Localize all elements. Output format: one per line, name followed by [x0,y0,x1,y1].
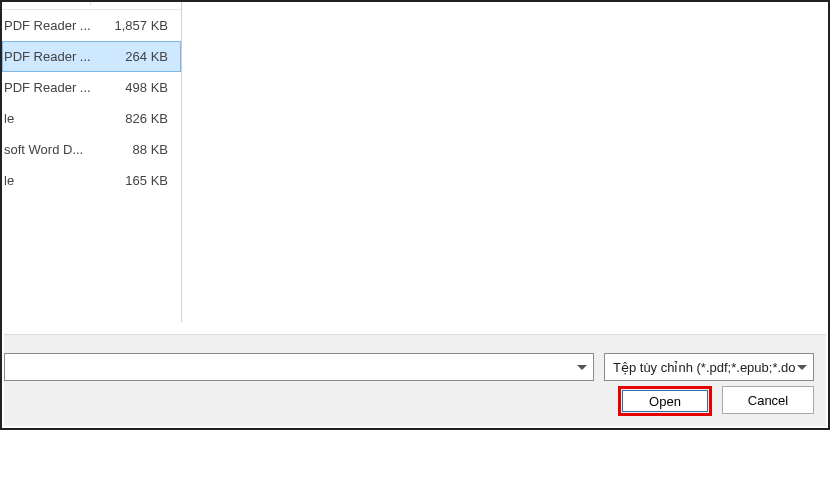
file-type-cell: le [2,111,90,126]
filetype-select[interactable]: Tệp tùy chỉnh (*.pdf;*.epub;*.do [604,353,814,381]
column-headers: Size [2,2,181,10]
file-type-cell: PDF Reader ... [2,80,90,95]
column-size[interactable]: Size [90,2,180,5]
file-row[interactable]: le 165 KB [2,165,181,196]
file-list: Size PDF Reader ... 1,857 KB PDF Reader … [2,2,182,322]
open-button[interactable]: Open [622,390,708,412]
file-type-cell: PDF Reader ... [2,49,90,64]
file-size-cell: 826 KB [90,111,176,126]
file-size-cell: 88 KB [90,142,176,157]
bottom-panel: Tệp tùy chỉnh (*.pdf;*.epub;*.do Open Ca… [4,334,826,426]
file-row[interactable]: PDF Reader ... 498 KB [2,72,181,103]
filename-row: Tệp tùy chỉnh (*.pdf;*.epub;*.do [4,353,814,381]
file-row[interactable]: soft Word D... 88 KB [2,134,181,165]
filetype-label: Tệp tùy chỉnh (*.pdf;*.epub;*.do [613,360,796,375]
file-type-cell: le [2,173,90,188]
button-row: Open Cancel [618,386,814,416]
file-size-cell: 1,857 KB [90,18,176,33]
file-row[interactable]: le 826 KB [2,103,181,134]
file-size-cell: 165 KB [90,173,176,188]
cancel-button[interactable]: Cancel [722,386,814,414]
file-type-cell: soft Word D... [2,142,90,157]
open-button-highlight: Open [618,386,712,416]
filename-input[interactable] [4,353,594,381]
file-row[interactable]: PDF Reader ... 264 KB [2,41,181,72]
file-size-cell: 498 KB [90,80,176,95]
file-size-cell: 264 KB [90,49,176,64]
file-row[interactable]: PDF Reader ... 1,857 KB [2,10,181,41]
dialog-window: Size PDF Reader ... 1,857 KB PDF Reader … [0,0,830,430]
file-type-cell: PDF Reader ... [2,18,90,33]
